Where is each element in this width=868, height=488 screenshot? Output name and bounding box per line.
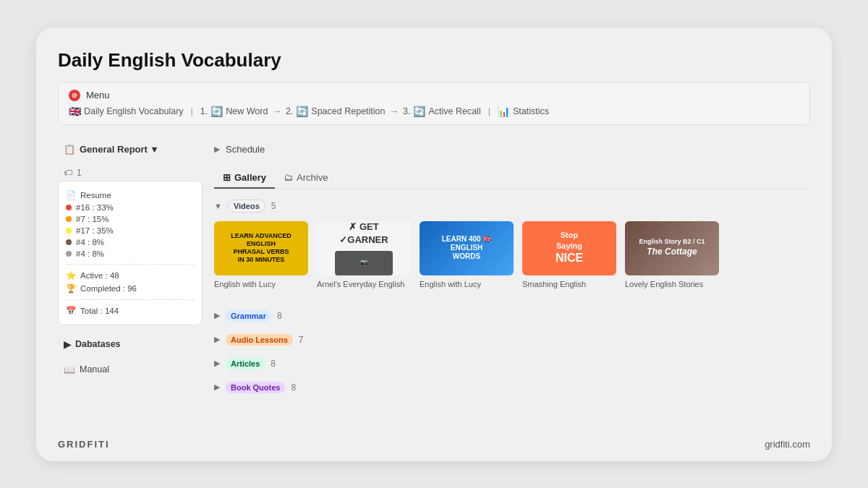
archive-label: Archive bbox=[297, 172, 328, 183]
bc-step2-label: Spaced Repetition bbox=[311, 106, 385, 116]
videos-count: 5 bbox=[271, 201, 276, 211]
tab-archive[interactable]: 🗂 Archive bbox=[275, 168, 336, 189]
menu-row: ⊘ Menu bbox=[69, 90, 799, 101]
stat-label-2: #7 : 15% bbox=[76, 215, 109, 223]
gallery-icon: ⊞ bbox=[223, 172, 231, 183]
trophy-icon: 🏆 bbox=[66, 283, 76, 294]
book-quotes-count: 8 bbox=[291, 382, 296, 393]
archive-icon: 🗂 bbox=[284, 172, 293, 183]
bc-step2[interactable]: 2. 🔄 Spaced Repetition bbox=[286, 106, 386, 117]
schedule-label: Schedule bbox=[226, 144, 265, 155]
sidebar-count-row: 🏷 1 bbox=[58, 165, 203, 181]
bc-arrow-2: → bbox=[389, 106, 399, 116]
stat-label-4: #4 : 8% bbox=[76, 238, 104, 247]
video-card-3[interactable]: LEARN 400 🇬🇧ENGLISHWORDS English with Lu… bbox=[420, 221, 514, 289]
breadcrumb-bar: ⊘ Menu 🇬🇧 Daily English Vocabulary | 1. … bbox=[58, 82, 810, 125]
stat-dot-1 bbox=[66, 205, 72, 210]
stat-row-1: #16 : 33% bbox=[66, 202, 195, 213]
completed-label: Completed : 96 bbox=[80, 284, 137, 293]
calendar-icon: 📅 bbox=[66, 306, 76, 316]
databases-label: Dabatases bbox=[75, 339, 121, 349]
sidebar: 📋 General Report ▾ 🏷 1 📄 Resume #16 : 33… bbox=[58, 140, 203, 399]
book-quotes-section-header[interactable]: ▶ Book Quotes 8 bbox=[214, 375, 810, 399]
stat-dot-3 bbox=[66, 228, 72, 234]
resume-icon: 📄 bbox=[66, 190, 76, 200]
general-report-btn[interactable]: 📋 General Report ▾ bbox=[58, 140, 203, 159]
bc-step3-label: Active Recall bbox=[428, 106, 480, 116]
sidebar-count: 1 bbox=[77, 168, 82, 178]
audio-lessons-count: 7 bbox=[299, 335, 304, 345]
video-card-2[interactable]: ✗ GET ✓GARNER 📷 Arnel's Everyday English bbox=[317, 221, 411, 289]
footer: GRIDFITI gridfiti.com bbox=[58, 439, 810, 450]
stat-row-4: #4 : 8% bbox=[66, 236, 195, 248]
book-quotes-arrow-icon: ▶ bbox=[214, 382, 220, 392]
bc-step1-num: 1. bbox=[200, 106, 208, 116]
bc-step1-label: New Word bbox=[226, 106, 268, 116]
bc-home[interactable]: 🇬🇧 Daily English Vocabulary bbox=[69, 106, 184, 117]
video-thumb-1: LEARN ADVANCED ENGLISHPHRASAL VERBSIN 30… bbox=[214, 221, 308, 275]
bc-step1[interactable]: 1. 🔄 New Word bbox=[200, 106, 268, 117]
bc-step2-num: 2. bbox=[286, 106, 293, 116]
stat-dot-4 bbox=[66, 239, 72, 245]
videos-arrow-icon: ▼ bbox=[214, 202, 222, 210]
bc-stats[interactable]: 📊 Statistics bbox=[498, 106, 549, 117]
general-report-label: General Report bbox=[80, 144, 148, 155]
video-channel-5: Lovely English Stories bbox=[625, 279, 719, 289]
thumb-content-5: English Story B2 / C1The Cottage bbox=[625, 221, 719, 275]
video-thumb-3: LEARN 400 🇬🇧ENGLISHWORDS bbox=[420, 221, 514, 275]
star-icon: ⭐ bbox=[66, 270, 76, 281]
stat-dot-2 bbox=[66, 216, 72, 222]
video-gallery: LEARN ADVANCED ENGLISHPHRASAL VERBSIN 30… bbox=[214, 221, 810, 289]
view-tabs: ⊞ Gallery 🗂 Archive bbox=[214, 168, 810, 189]
bc-step3[interactable]: 3. 🔄 Active Recall bbox=[403, 106, 481, 117]
grammar-section-header[interactable]: ▶ Grammar 8 bbox=[214, 304, 810, 328]
brand-right: gridfiti.com bbox=[765, 439, 810, 450]
audio-lessons-section-header[interactable]: ▶ Audio Lessons 7 bbox=[214, 328, 810, 351]
thumb-content-1: LEARN ADVANCED ENGLISHPHRASAL VERBSIN 30… bbox=[214, 221, 308, 275]
articles-section-header[interactable]: ▶ Articles 8 bbox=[214, 351, 810, 375]
active-row: ⭐ Active : 48 bbox=[66, 269, 195, 282]
stat-row-0: 📄 Resume bbox=[66, 189, 195, 202]
bc-step2-icon: 🔄 bbox=[296, 106, 308, 117]
chevron-down-icon: ▾ bbox=[152, 144, 157, 155]
articles-badge: Articles bbox=[226, 358, 265, 369]
bc-step1-icon: 🔄 bbox=[210, 106, 223, 117]
resume-label: Resume bbox=[80, 191, 111, 200]
menu-label: Menu bbox=[86, 90, 110, 100]
stat-label-1: #16 : 33% bbox=[76, 203, 114, 212]
bc-step3-icon: 🔄 bbox=[413, 106, 425, 117]
thumb-content-3: LEARN 400 🇬🇧ENGLISHWORDS bbox=[420, 221, 514, 275]
video-card-5[interactable]: English Story B2 / C1The Cottage Lovely … bbox=[625, 221, 719, 289]
videos-badge: Videos bbox=[228, 200, 265, 213]
tab-gallery[interactable]: ⊞ Gallery bbox=[214, 168, 275, 189]
tag-icon: 🏷 bbox=[64, 168, 72, 178]
schedule-row[interactable]: ▶ Schedule bbox=[214, 140, 810, 159]
breadcrumb-nav: 🇬🇧 Daily English Vocabulary | 1. 🔄 New W… bbox=[69, 106, 799, 117]
total-label: Total : 144 bbox=[80, 307, 119, 315]
video-channel-2: Arnel's Everyday English bbox=[317, 279, 411, 289]
book-quotes-badge: Book Quotes bbox=[226, 382, 285, 393]
grammar-badge: Grammar bbox=[226, 310, 271, 322]
databases-btn[interactable]: ▶ Dabatases bbox=[58, 334, 203, 355]
video-card-1[interactable]: LEARN ADVANCED ENGLISHPHRASAL VERBSIN 30… bbox=[214, 221, 308, 289]
bc-home-label: Daily English Vocabulary bbox=[84, 106, 184, 116]
schedule-arrow-icon: ▶ bbox=[214, 145, 220, 154]
thumb-content-2: ✗ GET ✓GARNER 📷 bbox=[317, 221, 411, 275]
menu-stop-icon: ⊘ bbox=[69, 90, 80, 101]
audio-lessons-badge: Audio Lessons bbox=[226, 334, 293, 346]
manual-btn[interactable]: 📖 Manual bbox=[58, 361, 203, 379]
video-channel-3: English with Lucy bbox=[420, 279, 514, 289]
videos-section-header[interactable]: ▼ Videos 5 bbox=[214, 200, 810, 213]
manual-icon: 📖 bbox=[64, 364, 75, 375]
expand-arrow-icon: ▶ bbox=[64, 339, 71, 350]
video-channel-1: English with Lucy bbox=[214, 279, 308, 289]
thumb-content-4: StopSayingNICE bbox=[522, 221, 616, 275]
video-card-4[interactable]: StopSayingNICE Smashing English bbox=[522, 221, 616, 289]
video-thumb-4: StopSayingNICE bbox=[522, 221, 616, 275]
grammar-arrow-icon: ▶ bbox=[214, 311, 220, 320]
stats-icon: 📊 bbox=[498, 106, 510, 117]
active-label: Active : 48 bbox=[80, 271, 119, 280]
divider-1 bbox=[66, 264, 195, 265]
total-row: 📅 Total : 144 bbox=[66, 304, 195, 317]
page-title: Daily English Vocabulary bbox=[58, 49, 810, 72]
